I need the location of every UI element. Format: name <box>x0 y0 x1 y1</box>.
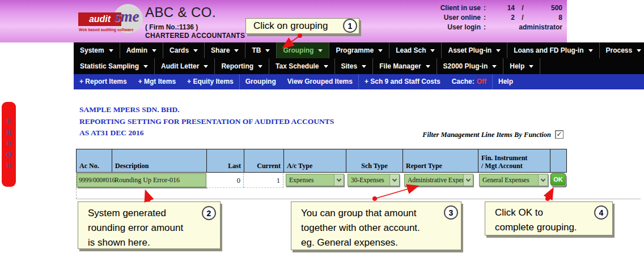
chevron-down-icon[interactable] <box>334 174 344 186</box>
stat-colon: : <box>481 3 489 13</box>
stat-colon: : <box>481 23 489 32</box>
menu-label: Cards <box>170 46 189 54</box>
toolbar-report-items[interactable]: + Report Items <box>74 74 133 89</box>
dropdown-arrow-icon <box>529 65 533 68</box>
toolbar-grouping[interactable]: Grouping <box>240 74 282 89</box>
auditsme-logo: audit sme Web based auditing software <box>78 3 145 39</box>
menu-loans-fd-plugin[interactable]: Loans and FD Plug-in <box>507 42 599 58</box>
dropdown-arrow-icon <box>265 49 270 52</box>
chevron-down-icon[interactable] <box>538 174 548 186</box>
fin-header-line1: Fin. Instrument <box>481 154 527 162</box>
filter-checkbox[interactable]: ✓ <box>555 130 564 139</box>
menu-process[interactable]: Process <box>600 42 644 58</box>
grid-bottom-border <box>76 199 641 199</box>
menu-help[interactable]: Help <box>503 58 540 74</box>
empty-grid-row <box>76 188 567 199</box>
ac-type-dropdown[interactable]: Expenses <box>286 174 344 186</box>
dropdown-arrow-icon <box>637 49 641 52</box>
toolbar-sch9-staff-costs[interactable]: + Sch 9 and Staff Costs <box>359 74 446 89</box>
menu-label: Lead Sch <box>396 46 426 54</box>
error-letter: R <box>2 160 16 171</box>
menu-audit-letter[interactable]: Audit Letter <box>155 58 215 74</box>
menu-asset-plugin[interactable]: Asset Plug-in <box>442 42 507 58</box>
callout-number-badge: 2 <box>202 206 216 220</box>
sch-type-dropdown[interactable]: 30-Expenses <box>348 174 400 186</box>
secondary-menu-bar: Statistic Sampling Audit Letter Reportin… <box>74 58 644 74</box>
dropdown-arrow-icon <box>430 49 435 52</box>
toolbar-mgt-items[interactable]: + Mgt Items <box>133 74 181 89</box>
dropdown-arrow-icon <box>318 49 323 52</box>
stat-slash: / <box>515 13 531 23</box>
col-header-last: Last <box>206 149 244 173</box>
menu-label: Reporting <box>221 62 253 70</box>
toolbar-equity-items[interactable]: + Equity Items <box>181 74 240 89</box>
chevron-glyph <box>466 177 471 181</box>
menu-label: Asset Plug-in <box>448 46 492 54</box>
callout-click-ok: Click OK to complete grouping. 4 <box>485 201 613 235</box>
dropdown-arrow-icon <box>492 65 497 68</box>
error-tab-button[interactable]: E R R O R <box>2 102 16 187</box>
dropdown-arrow-icon <box>324 65 328 68</box>
menu-s2000-plugin[interactable]: S2000 Plug-in <box>437 58 504 74</box>
menu-grouping[interactable]: Grouping <box>277 42 329 58</box>
menu-file-manager[interactable]: File Manager <box>373 58 437 74</box>
error-letter: E <box>2 116 16 127</box>
menu-label: System <box>80 46 104 54</box>
col-header-fin-instrument: Fin. Instrument / Mgt Account <box>478 149 550 173</box>
menu-programme[interactable]: Programme <box>329 42 389 58</box>
menu-share[interactable]: Share <box>205 42 245 58</box>
menu-label: Tax Schedule <box>276 62 319 70</box>
stat-slash: / <box>515 3 531 13</box>
col-header-action <box>550 149 567 173</box>
stat-max: 500 <box>531 3 562 13</box>
menu-tax-schedule[interactable]: Tax Schedule <box>269 58 334 74</box>
col-header-ac-type: A/c Type <box>283 149 346 173</box>
chevron-down-icon[interactable] <box>389 174 399 186</box>
fin-instrument-dropdown[interactable]: General Expenses <box>479 174 548 186</box>
toolbar-help[interactable]: Help <box>493 74 519 89</box>
menu-label: S2000 Plug-in <box>443 62 488 70</box>
logo-tagline: Web based auditing software <box>79 28 146 32</box>
toolbar-cache[interactable]: Cache:Off <box>446 74 493 89</box>
account-description-cell[interactable]: 9999/000#016 Rounding Up Error-016 <box>77 173 206 187</box>
ok-button[interactable]: OK <box>550 173 566 186</box>
menu-lead-sch[interactable]: Lead Sch <box>389 42 442 58</box>
col-header-current: Current <box>244 149 283 173</box>
callout-number-badge: 4 <box>594 205 608 220</box>
firm-type: CHARTERED ACCOUNTANTS <box>145 32 245 40</box>
menu-admin[interactable]: Admin <box>120 42 163 58</box>
callout-text: together with other account. <box>291 221 461 235</box>
callout-number-badge: 1 <box>343 19 357 33</box>
col-header-sch-type: Sch Type <box>346 149 402 173</box>
menu-cards[interactable]: Cards <box>163 42 205 58</box>
report-date: AS AT31 DEC 2016 <box>79 127 334 139</box>
report-type-value: Administrative Expenses <box>405 177 463 183</box>
dropdown-arrow-icon <box>152 49 156 52</box>
menu-reporting[interactable]: Reporting <box>215 58 269 74</box>
col-header-report-type: Report Type <box>402 149 478 173</box>
menu-sites[interactable]: Sites <box>335 58 374 74</box>
menu-label: Admin <box>126 46 147 54</box>
stat-label: Client in use <box>397 3 481 13</box>
report-type-dropdown[interactable]: Administrative Expenses <box>404 174 473 186</box>
chevron-glyph <box>392 177 397 181</box>
callout-click-on-grouping: Click on grouping 1 <box>245 18 359 34</box>
chevron-down-icon[interactable] <box>463 174 473 186</box>
toolbar-view-grouped-items[interactable]: View Grouped Items <box>282 74 359 89</box>
menu-system[interactable]: System <box>74 42 120 58</box>
stat-client-in-use: Client in use : 14 / 500 <box>397 3 562 13</box>
filter-label: Filter Management Line Items By Function <box>317 131 551 139</box>
menu-statistic-sampling[interactable]: Statistic Sampling <box>74 58 155 74</box>
cache-status: Off <box>477 78 486 85</box>
dropdown-arrow-icon <box>109 49 113 52</box>
callout-text: System generated <box>78 206 220 221</box>
session-stats: Client in use : 14 / 500 User online : 2… <box>397 3 562 32</box>
report-title: REPORTING SETTING FOR PRESENTATION OF AU… <box>79 116 334 128</box>
menu-label: Sites <box>341 62 358 70</box>
dropdown-arrow-icon <box>143 65 148 68</box>
callout-rounding-error: System generated rounding error amount i… <box>78 201 221 249</box>
menu-label: Share <box>211 46 230 54</box>
main-menu-bar: System Admin Cards Share TB Grouping Pro… <box>74 42 644 58</box>
stat-value: 2 <box>489 13 515 23</box>
menu-tb[interactable]: TB <box>245 42 277 58</box>
